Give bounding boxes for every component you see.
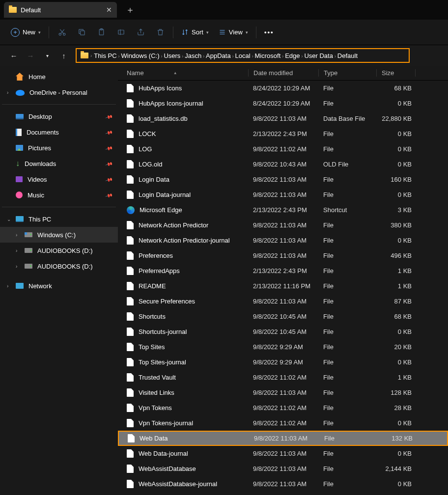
file-list[interactable]: HubApps Icons8/24/2022 10:29 AMFile68 KB… bbox=[118, 81, 448, 495]
table-row[interactable]: Top Sites-journal9/8/2022 9:29 AMFile0 K… bbox=[118, 355, 448, 370]
sidebar-item-thispc[interactable]: ⌄This PC bbox=[0, 211, 118, 227]
cell-name: Web Data-journal bbox=[127, 449, 248, 458]
breadcrumb-segment[interactable]: Edge bbox=[285, 52, 300, 59]
sidebar-item-drive-d2[interactable]: ›AUDIOBOOKS (D:) bbox=[0, 258, 118, 274]
sidebar-item-desktop[interactable]: Desktop📌 bbox=[0, 109, 118, 124]
table-row[interactable]: Login Data-journal9/8/2022 11:03 AMFile0… bbox=[118, 187, 448, 202]
table-row[interactable]: WebAssistDatabase-journal9/8/2022 11:03 … bbox=[118, 476, 448, 492]
chevron-right-icon[interactable]: › bbox=[16, 232, 17, 238]
table-row[interactable]: WebAssistDatabase9/8/2022 11:03 AMFile2,… bbox=[118, 461, 448, 476]
paste-button[interactable] bbox=[92, 24, 110, 41]
rename-button[interactable] bbox=[112, 24, 130, 41]
breadcrumb-segment[interactable]: Users bbox=[164, 52, 180, 59]
column-header-type[interactable]: Type bbox=[318, 69, 376, 77]
breadcrumb-segment[interactable]: AppData bbox=[206, 52, 231, 59]
table-row[interactable]: Web Data-journal9/8/2022 11:03 AMFile0 K… bbox=[118, 446, 448, 461]
breadcrumb[interactable]: › This PC › Windows (C:) › Users › Jasch… bbox=[76, 48, 410, 63]
close-tab-icon[interactable]: ✕ bbox=[106, 6, 112, 14]
table-row[interactable]: Vpn Tokens9/8/2022 11:02 AMFile28 KB bbox=[118, 400, 448, 415]
table-row[interactable]: Visited Links9/8/2022 11:03 AMFile128 KB bbox=[118, 385, 448, 400]
breadcrumb-segment[interactable]: This PC bbox=[94, 52, 116, 59]
cell-name: PreferredApps bbox=[127, 267, 248, 275]
file-name: LOG bbox=[139, 145, 152, 153]
chevron-down-icon[interactable]: ⌄ bbox=[7, 217, 11, 222]
column-header-size[interactable]: Size bbox=[376, 69, 416, 77]
table-row[interactable]: Vpn Tokens-journal9/8/2022 11:02 AMFile0… bbox=[118, 415, 448, 431]
breadcrumb-segment[interactable]: Default bbox=[337, 52, 358, 59]
share-button[interactable] bbox=[132, 24, 149, 41]
sidebar-item-home[interactable]: Home bbox=[0, 69, 118, 84]
sidebar-item-label: Home bbox=[28, 73, 46, 81]
cell-date: 9/8/2022 9:29 AM bbox=[248, 358, 318, 366]
more-button[interactable]: ••• bbox=[260, 24, 278, 41]
chevron-right-icon[interactable]: › bbox=[7, 283, 8, 289]
table-row[interactable]: Top Sites9/8/2022 9:29 AMFile20 KB bbox=[118, 339, 448, 355]
breadcrumb-segment[interactable]: Windows (C:) bbox=[121, 52, 159, 59]
file-icon bbox=[127, 267, 134, 275]
pin-icon: 📌 bbox=[105, 144, 113, 152]
table-row[interactable]: Shortcuts9/8/2022 10:45 AMFile68 KB bbox=[118, 309, 448, 324]
recent-button[interactable]: ▾ bbox=[40, 53, 54, 58]
forward-button[interactable]: → bbox=[24, 52, 37, 60]
table-row[interactable]: Login Data9/8/2022 11:03 AMFile160 KB bbox=[118, 172, 448, 187]
new-tab-button[interactable]: ＋ bbox=[126, 4, 135, 16]
table-row[interactable]: Network Action Predictor9/8/2022 11:03 A… bbox=[118, 218, 448, 233]
cell-size: 1 KB bbox=[376, 374, 416, 381]
sidebar-item-onedrive[interactable]: ›OneDrive - Personal bbox=[0, 84, 118, 100]
file-name: Login Data bbox=[139, 176, 169, 183]
table-row[interactable]: Trusted Vault9/8/2022 11:02 AMFile1 KB bbox=[118, 370, 448, 385]
table-row[interactable]: PreferredApps2/13/2022 2:43 PMFile1 KB bbox=[118, 263, 448, 278]
sidebar-item-documents[interactable]: Documents📌 bbox=[0, 124, 118, 140]
cell-date: 9/8/2022 11:02 AM bbox=[248, 419, 318, 427]
table-row[interactable]: Shortcuts-journal9/8/2022 10:45 AMFile0 … bbox=[118, 324, 448, 339]
sidebar-item-pictures[interactable]: Pictures📌 bbox=[0, 140, 118, 156]
sidebar-item-videos[interactable]: Videos📌 bbox=[0, 171, 118, 187]
table-row[interactable]: load_statistics.db9/8/2022 11:03 AMData … bbox=[118, 111, 448, 126]
chevron-right-icon[interactable]: › bbox=[7, 90, 8, 95]
sidebar-item-drive-c[interactable]: ›Windows (C:) bbox=[0, 227, 118, 243]
view-button[interactable]: View ▾ bbox=[215, 24, 252, 41]
table-row[interactable]: Preferences9/8/2022 11:03 AMFile496 KB bbox=[118, 248, 448, 263]
breadcrumb-segment[interactable]: User Data bbox=[304, 52, 333, 59]
breadcrumb-segment[interactable]: Local bbox=[235, 52, 251, 59]
sidebar-item-drive-d1[interactable]: ›AUDIOBOOKS (D:) bbox=[0, 243, 118, 258]
table-row[interactable]: Network Action Predictor-journal9/8/2022… bbox=[118, 233, 448, 248]
column-label: Date modified bbox=[253, 69, 293, 77]
table-row[interactable]: HubApps Icons8/24/2022 10:29 AMFile68 KB bbox=[118, 81, 448, 96]
table-row[interactable]: Secure Preferences9/8/2022 11:03 AMFile8… bbox=[118, 294, 448, 309]
sidebar-item-music[interactable]: Music📌 bbox=[0, 187, 118, 203]
breadcrumb-segment[interactable]: Microsoft bbox=[255, 52, 281, 59]
cut-button[interactable] bbox=[53, 24, 71, 41]
up-button[interactable]: ↑ bbox=[57, 52, 71, 60]
sidebar-item-downloads[interactable]: ↓Downloads📌 bbox=[0, 156, 118, 171]
chevron-right-icon[interactable]: › bbox=[16, 264, 17, 269]
sort-button[interactable]: Sort ▾ bbox=[177, 24, 213, 41]
table-row[interactable]: LOCK2/13/2022 2:43 PMFile0 KB bbox=[118, 126, 448, 141]
new-button[interactable]: + New ▾ bbox=[7, 24, 45, 41]
table-row[interactable]: HubApps Icons-journal8/24/2022 10:29 AMF… bbox=[118, 96, 448, 111]
column-header-name[interactable]: Name▲ bbox=[127, 69, 248, 77]
back-button[interactable]: ← bbox=[7, 52, 21, 60]
cell-size: 68 KB bbox=[376, 84, 416, 92]
cell-type: File bbox=[318, 221, 376, 229]
window-tab[interactable]: Default ✕ bbox=[4, 2, 117, 18]
chevron-right-icon[interactable]: › bbox=[16, 248, 17, 253]
sort-icon bbox=[181, 28, 189, 36]
table-row[interactable]: README2/13/2022 11:16 PMFile1 KB bbox=[118, 278, 448, 294]
table-row[interactable]: LOG9/8/2022 11:02 AMFile0 KB bbox=[118, 141, 448, 157]
table-row[interactable]: Web Data9/8/2022 11:03 AMFile132 KB bbox=[118, 431, 448, 446]
column-header-date[interactable]: Date modified bbox=[248, 69, 318, 77]
cell-type: Data Base File bbox=[318, 115, 376, 122]
sidebar-item-network[interactable]: ›Network bbox=[0, 278, 118, 294]
table-row[interactable]: LOG.old9/8/2022 10:43 AMOLD File0 KB bbox=[118, 157, 448, 172]
cell-date: 2/13/2022 2:43 PM bbox=[248, 206, 318, 214]
breadcrumb-segment[interactable]: Jasch bbox=[185, 52, 201, 59]
home-icon bbox=[16, 73, 24, 81]
delete-button[interactable] bbox=[151, 24, 169, 41]
copy-button[interactable] bbox=[73, 24, 90, 41]
cell-type: File bbox=[318, 450, 376, 457]
cell-name: Preferences bbox=[127, 251, 248, 260]
cell-name: LOCK bbox=[127, 130, 248, 138]
table-row[interactable]: Microsoft Edge2/13/2022 2:43 PMShortcut3… bbox=[118, 202, 448, 218]
cell-type: File bbox=[318, 191, 376, 198]
